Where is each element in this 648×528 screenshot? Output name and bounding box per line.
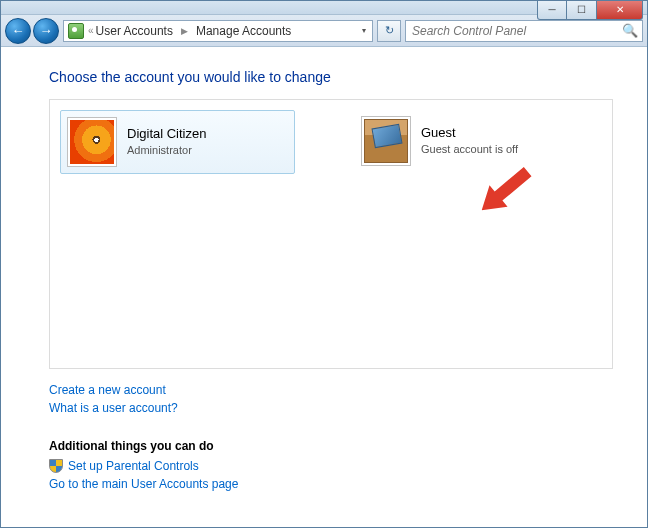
content: Choose the account you would like to cha…: [1, 47, 647, 505]
additional-heading: Additional things you can do: [49, 439, 613, 453]
address-dropdown-icon[interactable]: ▾: [360, 26, 368, 35]
link-what-is-account[interactable]: What is a user account?: [49, 401, 613, 415]
account-name: Guest: [421, 125, 518, 142]
control-panel-icon: [68, 23, 84, 39]
search-box[interactable]: 🔍: [405, 20, 643, 42]
account-tile-digital-citizen[interactable]: Digital Citizen Administrator: [60, 110, 295, 174]
page-title: Choose the account you would like to cha…: [49, 69, 613, 85]
back-button[interactable]: ←: [5, 18, 31, 44]
account-tile-guest[interactable]: Guest Guest account is off: [355, 110, 590, 172]
nav-buttons: ← →: [5, 18, 59, 44]
avatar: [67, 117, 117, 167]
suitcase-icon: [364, 119, 408, 163]
account-text: Digital Citizen Administrator: [127, 126, 206, 157]
shield-icon: [49, 459, 63, 473]
flower-icon: [70, 120, 114, 164]
link-parental-controls[interactable]: Set up Parental Controls: [68, 459, 199, 473]
breadcrumb-item-manage[interactable]: Manage Accounts: [196, 24, 291, 38]
minimize-button[interactable]: ─: [537, 0, 567, 20]
account-name: Digital Citizen: [127, 126, 206, 143]
titlebar: ─ ☐ ✕: [1, 1, 647, 15]
links-section: Create a new account What is a user acco…: [49, 383, 613, 491]
link-create-account[interactable]: Create a new account: [49, 383, 613, 397]
close-button[interactable]: ✕: [597, 0, 643, 20]
breadcrumb[interactable]: « User Accounts ▶ Manage Accounts ▾: [63, 20, 373, 42]
maximize-button[interactable]: ☐: [567, 0, 597, 20]
breadcrumb-item-useraccounts[interactable]: User Accounts: [96, 24, 173, 38]
avatar: [361, 116, 411, 166]
account-text: Guest Guest account is off: [421, 125, 518, 156]
link-goto-user-accounts[interactable]: Go to the main User Accounts page: [49, 477, 613, 491]
link-row-parental: Set up Parental Controls: [49, 459, 613, 473]
account-role: Administrator: [127, 143, 206, 157]
search-input[interactable]: [410, 23, 622, 39]
forward-button[interactable]: →: [33, 18, 59, 44]
search-icon[interactable]: 🔍: [622, 23, 638, 38]
window-controls: ─ ☐ ✕: [537, 0, 643, 20]
refresh-button[interactable]: ↻: [377, 20, 401, 42]
accounts-list: Digital Citizen Administrator Guest Gues…: [49, 99, 613, 369]
history-chevron-icon[interactable]: «: [88, 25, 92, 36]
account-role: Guest account is off: [421, 142, 518, 156]
breadcrumb-separator-icon[interactable]: ▶: [177, 26, 192, 36]
